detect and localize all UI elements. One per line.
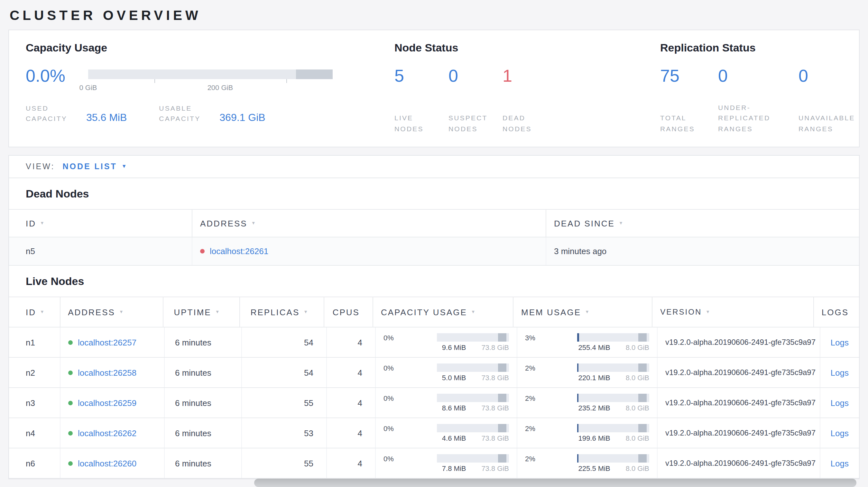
logs-link[interactable]: Logs [831, 398, 849, 408]
capacity-bar-segment [498, 363, 506, 372]
logs-link[interactable]: Logs [831, 428, 849, 438]
capacity-used-value: 9.6 MiB [442, 344, 466, 351]
col-uptime-header[interactable]: UPTIME ▼ [163, 297, 240, 327]
mem-bar-segment [638, 454, 646, 462]
mem-used-value: 225.5 MiB [579, 464, 610, 472]
col-replicas-header[interactable]: REPLICAS ▼ [240, 297, 324, 327]
table-row: n2 localhost:26258 6 minutes 54 4 0% [9, 358, 859, 388]
horizontal-scrollbar[interactable] [254, 479, 857, 487]
live-nodes-count: 5 [395, 68, 448, 85]
mem-total-value: 8.0 GiB [626, 464, 649, 472]
live-nodes-heading: Live Nodes [9, 266, 859, 297]
replication-status-title: Replication Status [660, 42, 868, 55]
dead-col-address-header[interactable]: ADDRESS ▼ [192, 210, 546, 237]
mem-bar-segment [638, 363, 646, 372]
node-id-cell: n4 [9, 418, 60, 448]
col-mem-header[interactable]: MEM USAGE ▼ [514, 297, 652, 327]
view-selector-dropdown[interactable]: NODE LIST ▼ [62, 162, 128, 171]
mem-used-value: 199.6 MiB [579, 434, 610, 442]
mem-used-value: 235.2 MiB [579, 404, 610, 412]
mem-total-value: 8.0 GiB [626, 374, 649, 382]
sort-arrow-icon: ▼ [40, 309, 45, 314]
axis-label-zero: 0 GiB [79, 84, 97, 91]
node-address-link[interactable]: localhost:26258 [78, 368, 136, 377]
capacity-total-value: 73.8 GiB [481, 374, 509, 382]
capacity-bar [437, 424, 509, 432]
capacity-bar [437, 394, 509, 402]
logs-cell: Logs [820, 448, 859, 478]
capacity-used-value: 7.8 MiB [442, 464, 466, 472]
node-address-link[interactable]: localhost:26262 [78, 428, 136, 438]
dead-col-id-header[interactable]: ID ▼ [9, 210, 192, 237]
sort-arrow-icon: ▼ [471, 309, 476, 314]
node-id-cell: n2 [9, 358, 60, 387]
suspect-nodes-label: SUSPECT NODES [448, 103, 499, 134]
uptime-cell: 6 minutes [165, 418, 242, 448]
col-address-header[interactable]: ADDRESS ▼ [60, 297, 163, 327]
used-capacity-value: 35.6 MiB [86, 111, 127, 124]
logs-link[interactable]: Logs [831, 337, 849, 347]
unavailable-ranges-count: 0 [799, 68, 868, 85]
capacity-gauge-segment [296, 69, 333, 79]
dead-nodes-heading: Dead Nodes [9, 178, 859, 209]
capacity-usage-section: Capacity Usage 0.0% 0 GiB 200 GiB USED C… [26, 42, 395, 134]
sort-arrow-icon: ▼ [40, 220, 45, 225]
node-address-cell: localhost:26257 [60, 327, 165, 357]
logs-link[interactable]: Logs [831, 458, 849, 468]
usable-capacity-value: 369.1 GiB [219, 111, 265, 124]
node-address-cell: localhost:26261 [192, 237, 546, 265]
mem-percent: 2% [525, 364, 535, 371]
sort-arrow-icon: ▼ [119, 309, 125, 314]
col-id-header[interactable]: ID ▼ [9, 297, 60, 327]
dead-nodes-table-header: ID ▼ ADDRESS ▼ DEAD SINCE ▼ [9, 209, 859, 237]
sort-arrow-icon: ▼ [215, 309, 221, 314]
capacity-bar [437, 454, 509, 462]
node-id-cell: n6 [9, 448, 60, 478]
mem-used-value: 220.1 MiB [579, 374, 610, 382]
chevron-down-icon: ▼ [122, 164, 128, 169]
capacity-usage-cell: 0% 7.8 MiB 73.8 GiB [376, 448, 517, 478]
replicas-cell: 55 [242, 388, 327, 418]
live-nodes-table-header: ID ▼ ADDRESS ▼ UPTIME ▼ REPLICAS ▼ CPUS … [9, 297, 859, 327]
version-cell: v19.2.0-alpha.20190606-2491-gfe735c9a97 [658, 327, 820, 357]
live-nodes-stat: 5 LIVE NODES [395, 68, 448, 134]
live-status-dot-icon [68, 461, 73, 465]
uptime-cell: 6 minutes [165, 448, 242, 478]
node-id-cell: n5 [9, 237, 192, 265]
dead-since-cell: 3 minutes ago [546, 237, 859, 265]
view-label: VIEW: [26, 162, 55, 171]
logs-link[interactable]: Logs [831, 368, 849, 377]
node-address-link[interactable]: localhost:26257 [78, 337, 136, 347]
view-selected-value: NODE LIST [62, 162, 117, 171]
col-cpus-header: CPUS [324, 297, 373, 327]
node-address-link[interactable]: localhost:26261 [210, 247, 268, 256]
mem-bar [577, 363, 649, 372]
mem-bar-fill [577, 333, 580, 342]
node-id-cell: n3 [9, 388, 60, 418]
node-address-link[interactable]: localhost:26259 [78, 398, 136, 408]
capacity-usage-cell: 0% 5.0 MiB 73.8 GiB [376, 358, 517, 387]
table-row: n3 localhost:26259 6 minutes 55 4 0% [9, 388, 859, 418]
under-replicated-ranges-stat: 0 UNDER-REPLICATED RANGES [718, 68, 799, 134]
logs-cell: Logs [820, 418, 859, 448]
dead-status-dot-icon [200, 249, 205, 254]
col-capacity-header[interactable]: CAPACITY USAGE ▼ [373, 297, 514, 327]
mem-bar [577, 333, 649, 342]
logs-cell: Logs [820, 327, 859, 357]
capacity-bar [437, 363, 509, 372]
capacity-bar [437, 333, 509, 342]
view-bar: VIEW: NODE LIST ▼ [8, 155, 860, 177]
mem-used-value: 255.4 MiB [579, 344, 610, 351]
cluster-overview-page: CLUSTER OVERVIEW Capacity Usage 0.0% 0 G… [0, 0, 868, 487]
total-ranges-count: 75 [660, 68, 718, 85]
sort-arrow-icon: ▼ [303, 309, 309, 314]
capacity-total-value: 73.8 GiB [481, 404, 509, 412]
mem-percent: 2% [525, 424, 535, 432]
mem-total-value: 8.0 GiB [626, 434, 649, 442]
node-status-title: Node Status [395, 42, 660, 55]
node-id-cell: n1 [9, 327, 60, 357]
node-address-link[interactable]: localhost:26260 [78, 458, 136, 468]
dead-col-dead-since-header[interactable]: DEAD SINCE ▼ [546, 210, 859, 237]
col-version-header[interactable]: VERSION ▼ [652, 297, 814, 327]
logs-cell: Logs [820, 358, 859, 387]
